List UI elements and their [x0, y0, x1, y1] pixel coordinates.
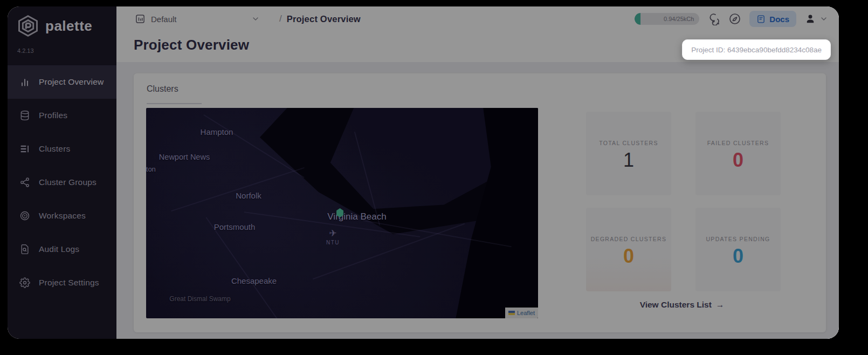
project-chart-icon — [135, 13, 146, 24]
breadcrumb-separator: / — [279, 13, 282, 24]
sidebar-item-cluster-groups[interactable]: Cluster Groups — [8, 166, 116, 199]
app-version: 4.2.13 — [17, 47, 34, 54]
map-label-norfolk: Norfolk — [236, 191, 261, 200]
project-selector-dropdown[interactable]: Default — [135, 13, 260, 24]
breadcrumb-current: Project Overview — [287, 14, 361, 24]
stat-label: FAILED CLUSTERS — [707, 140, 769, 146]
docs-button[interactable]: Docs — [749, 11, 796, 27]
stat-label: DEGRADED CLUSTERS — [591, 236, 667, 242]
top-bar: Default / Project Overview 0.94/25kCh — [116, 6, 839, 31]
sidebar-item-project-overview[interactable]: Project Overview — [8, 65, 116, 99]
stat-value: 0 — [623, 247, 634, 266]
stat-value: 0 — [733, 247, 743, 266]
clusters-tab-underline — [147, 103, 202, 104]
chevron-down-icon — [819, 15, 828, 23]
airport-code: NTU — [326, 240, 340, 245]
stat-degraded-clusters: DEGRADED CLUSTERS 0 — [586, 208, 671, 291]
sidebar-item-label: Workspaces — [39, 211, 86, 221]
user-icon — [804, 13, 816, 25]
network-share-icon — [19, 177, 30, 188]
sidebar-menu: Project Overview Profiles Clusters — [8, 65, 116, 299]
sidebar-item-label: Cluster Groups — [39, 178, 97, 187]
page-title: Project Overview — [134, 37, 249, 53]
clusters-card-heading: Clusters — [147, 84, 178, 94]
map-label-great-dismal-swamp: Great Dismal Swamp — [169, 295, 230, 303]
clusters-card: Clusters Hampton Newport News llton Norf… — [134, 73, 826, 332]
stat-failed-clusters: FAILED CLUSTERS 0 — [695, 112, 781, 195]
map-label-newport-news: Newport News — [159, 153, 210, 161]
usage-progress-fill — [635, 13, 640, 25]
stat-value: 0 — [733, 151, 743, 170]
clusters-map[interactable]: Hampton Newport News llton Norfolk Virgi… — [146, 108, 538, 318]
palette-logo: palette — [16, 14, 92, 38]
chevron-down-icon — [251, 15, 260, 23]
sidebar: palette 4.2.13 Project Overview Profiles — [8, 6, 116, 339]
app-window: palette 4.2.13 Project Overview Profiles — [8, 6, 839, 339]
support-chat-icon[interactable] — [707, 12, 720, 25]
stat-value: 1 — [623, 151, 634, 170]
map-road — [171, 167, 305, 211]
airport-ntu: ✈ NTU — [326, 229, 340, 245]
user-menu[interactable] — [804, 13, 828, 25]
usage-quota-text: 0.94/25kCh — [664, 16, 699, 22]
list-icon — [19, 144, 30, 154]
view-clusters-list-label: View Clusters List — [640, 300, 712, 309]
arrow-right-icon: → — [716, 300, 725, 309]
project-selector-value: Default — [151, 15, 251, 24]
docs-button-label: Docs — [769, 15, 789, 24]
target-icon — [19, 210, 30, 221]
stat-label: UPDATES PENDING — [706, 236, 770, 242]
audit-log-search-icon — [19, 244, 30, 255]
layers-database-icon — [19, 110, 30, 121]
stat-updates-pending: UPDATES PENDING 0 — [695, 208, 781, 291]
sidebar-item-audit-logs[interactable]: Audit Logs — [8, 233, 116, 266]
sidebar-item-label: Profiles — [39, 111, 67, 120]
map-label-virginia-beach: Virginia Beach — [327, 211, 386, 222]
leaflet-link: Leaflet — [517, 310, 535, 316]
airplane-icon: ✈ — [326, 229, 340, 238]
ukraine-flag-icon — [508, 311, 515, 315]
gear-icon — [19, 277, 30, 288]
sidebar-item-label: Clusters — [39, 144, 70, 154]
stat-total-clusters: TOTAL CLUSTERS 1 — [586, 112, 671, 195]
sidebar-item-profiles[interactable]: Profiles — [8, 99, 116, 132]
sidebar-item-workspaces[interactable]: Workspaces — [8, 199, 116, 233]
view-clusters-list-link[interactable]: View Clusters List→ — [607, 300, 757, 310]
map-label-chesapeake: Chesapeake — [231, 276, 277, 285]
map-label-hampton: Hampton — [201, 127, 233, 136]
usage-quota-badge[interactable]: 0.94/25kCh — [635, 13, 699, 25]
map-label-portsmouth: Portsmouth — [214, 222, 256, 231]
app-name: palette — [45, 18, 92, 35]
book-icon — [756, 15, 766, 24]
sidebar-item-label: Project Overview — [39, 77, 104, 87]
sidebar-item-clusters[interactable]: Clusters — [8, 132, 116, 166]
project-id-tooltip: Project ID: 6439ebca90befdd8234c08ae — [682, 39, 831, 60]
sidebar-item-label: Audit Logs — [39, 244, 79, 254]
compass-icon[interactable] — [728, 12, 741, 25]
overview-chart-icon — [19, 77, 30, 87]
sidebar-item-label: Project Settings — [39, 278, 99, 288]
stat-label: TOTAL CLUSTERS — [599, 140, 658, 146]
map-label-llton: llton — [146, 165, 156, 173]
top-bar-actions: 0.94/25kCh Docs — [635, 6, 828, 31]
map-road — [205, 217, 280, 318]
palette-logo-icon — [16, 14, 40, 38]
sidebar-item-project-settings[interactable]: Project Settings — [8, 266, 116, 299]
leaflet-attribution[interactable]: Leaflet — [505, 308, 538, 318]
breadcrumb: / Project Overview — [279, 13, 361, 24]
